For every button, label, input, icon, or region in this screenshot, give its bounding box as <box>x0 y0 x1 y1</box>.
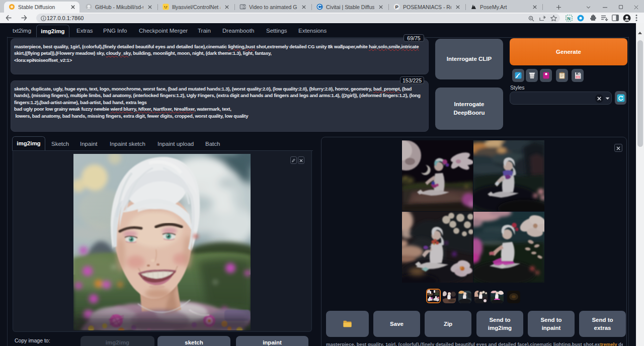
svg-text:P: P <box>395 4 398 10</box>
svg-text:N: N <box>567 16 571 21</box>
